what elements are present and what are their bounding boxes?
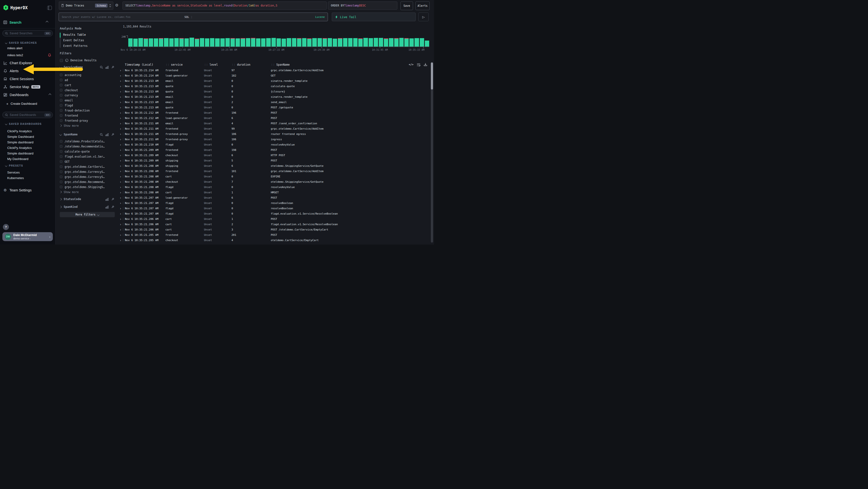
row-expand[interactable]: › [118,133,125,136]
table-row[interactable]: ›Nov 6 10:35:21.207 AMflagdUnset0resolve… [118,200,430,206]
filter-value-servicename[interactable]: fraud-detection [60,108,115,113]
filter-value-spanname[interactable]: calculate-quote [60,149,115,154]
sidebar-item-service-map[interactable]: Service Map BETA [0,83,55,91]
sidebar-item-dashboards[interactable]: Dashboards [0,91,55,99]
row-expand[interactable]: › [118,79,125,83]
checkbox[interactable] [60,145,62,148]
create-dashboard-button[interactable]: + Create Dashboard [0,100,55,107]
saved-dashboards-input[interactable]: Saved Dashboards ⌘K [2,112,53,118]
table-row[interactable]: ›Nov 6 10:35:21.208 AMshippingUnset6otel… [118,163,430,169]
table-row[interactable]: ›Nov 6 10:35:21.212 AMfrontendUnset196PO… [118,110,430,115]
drag-handle-icon[interactable]: ⋮⋮ [271,63,275,66]
filter-value-spanname[interactable]: flagd.evaluation.v1.Ser… [60,154,115,159]
table-row[interactable]: ›Nov 6 10:35:21.212 AMload-generatorUnse… [118,115,430,121]
table-row[interactable]: ›Nov 6 10:35:21.214 AMload-generatorUnse… [118,73,430,78]
filter-group-spanname[interactable]: SpanName [60,133,115,136]
row-expand[interactable]: › [118,85,125,88]
drag-handle-icon[interactable]: ⋮⋮ [165,63,169,66]
filter-value-spanname[interactable]: /oteldemo.Recommendatio… [60,144,115,149]
col-timestamp[interactable]: Timestamp (Local) [125,63,165,66]
chevron-right-icon[interactable]: › [120,223,122,226]
checkbox[interactable] [60,175,62,178]
row-expand[interactable]: › [118,185,125,189]
select-clause-input[interactable]: SELECT Timestamp, ServiceName as service… [123,1,327,10]
order-by-input[interactable]: ORDER BY Timestamp DESC [328,1,397,10]
sidebar-section-search[interactable]: Search [3,20,52,25]
chart-toggle-icon[interactable] [105,205,109,208]
filter-value-spanname[interactable]: grpc.oteldemo.CurrencyS… [60,169,115,174]
table-row[interactable]: ›Nov 6 10:35:21.207 AMload-generatorUnse… [118,195,430,200]
saved-dashboard-item[interactable]: ClickPy Analytics [0,145,55,151]
scrollbar-thumb[interactable] [431,62,433,90]
checkbox[interactable] [60,84,62,86]
chevron-right-icon[interactable]: › [120,74,122,77]
filter-value-servicename[interactable]: checkout [60,88,115,93]
chevron-right-icon[interactable]: › [120,133,122,136]
row-expand[interactable]: › [118,170,125,173]
chevron-right-icon[interactable]: › [120,175,122,178]
table-row[interactable]: ›Nov 6 10:35:21.211 AMemailUnset4POST /s… [118,121,430,126]
filter-value-servicename[interactable]: cart [60,83,115,88]
checkbox[interactable] [60,104,62,107]
col-spanname[interactable]: ⋮⋮SpanName [271,63,430,66]
filter-value-servicename[interactable]: flagd [60,103,115,108]
event-search-input[interactable]: Search your events w/ Lucene ex. column:… [59,12,328,21]
chart-toggle-icon[interactable] [105,66,109,69]
col-duration[interactable]: ⋮⋮duration [231,63,271,66]
chevron-right-icon[interactable]: › [120,202,122,205]
saved-dashboard-item[interactable]: My Dashboard [0,156,55,162]
chevron-right-icon[interactable]: › [120,127,122,130]
chevron-right-icon[interactable]: › [120,233,122,236]
row-expand[interactable]: › [118,69,125,72]
drag-handle-icon[interactable]: ⋮⋮ [231,63,235,66]
spanname-show-more[interactable]: Show more [60,190,115,195]
checkbox[interactable] [60,89,62,91]
chevron-right-icon[interactable]: › [120,159,122,162]
checkbox[interactable] [60,99,62,102]
filter-value-spanname[interactable]: grpc.oteldemo.CartServi… [60,164,115,169]
filter-value-spanname[interactable]: grpc.oteldemo.CurrencyS… [60,174,115,179]
table-row[interactable]: ›Nov 6 10:35:21.214 AMfrontendUnset97grp… [118,67,430,73]
sidebar-collapse-icon[interactable] [47,6,52,10]
col-service[interactable]: ⋮⋮service [165,63,204,66]
table-row[interactable]: ›Nov 6 10:35:21.207 AMflagdUnset0resolve… [118,206,430,211]
chevron-right-icon[interactable]: › [120,185,122,189]
checkbox[interactable] [60,170,62,173]
table-row[interactable]: ›Nov 6 10:35:21.211 AMfrontendUnset99grp… [118,126,430,131]
chevron-right-icon[interactable]: › [120,170,122,173]
preset-item[interactable]: Kubernetes [0,175,55,181]
chevron-right-icon[interactable]: › [120,207,122,210]
row-expand[interactable]: › [118,106,125,109]
saved-searches-header[interactable]: SAVED SEARCHES [5,41,55,45]
row-expand[interactable]: › [118,138,125,141]
row-expand[interactable]: › [118,223,125,226]
table-row[interactable]: ›Nov 6 10:35:21.209 AMcheckoutUnset6HTTP… [118,152,430,158]
mode-event-patterns[interactable]: Event Patterns [63,43,115,49]
servicename-show-more[interactable]: Show more [60,123,115,128]
filter-value-servicename[interactable]: ad [60,78,115,83]
saved-dashboard-item[interactable]: Simple Dashboard [0,134,55,140]
filter-group-spankind[interactable]: SpanKind [60,205,115,209]
checkbox[interactable] [60,165,62,168]
checkbox[interactable] [60,140,62,143]
row-expand[interactable]: › [118,143,125,146]
row-expand[interactable]: › [118,74,125,77]
row-expand[interactable]: › [118,154,125,157]
row-expand[interactable]: › [118,100,125,104]
filter-value-servicename[interactable]: currency [60,93,115,98]
table-row[interactable]: ›Nov 6 10:35:21.206 AMcartUnset1POST [118,216,430,222]
filter-value-spanname[interactable]: /oteldemo.ProductCatalo… [60,139,115,144]
checkbox[interactable] [60,114,62,117]
table-row[interactable]: ›Nov 6 10:35:21.210 AMflagdUnset0resolve… [118,142,430,147]
table-row[interactable]: ›Nov 6 10:35:21.208 AMflagdUnset0resolve… [118,184,430,190]
row-expand[interactable]: › [118,239,125,242]
chevron-right-icon[interactable]: › [120,100,122,104]
filter-value-servicename[interactable]: email [60,98,115,103]
table-row[interactable]: ›Nov 6 10:35:21.208 AMfrontendUnset101gr… [118,169,430,174]
chevron-right-icon[interactable]: › [120,79,122,83]
row-expand[interactable]: › [118,164,125,168]
row-expand[interactable]: › [118,218,125,221]
row-expand[interactable]: › [118,111,125,114]
pin-icon[interactable] [111,205,114,208]
checkbox[interactable] [60,160,62,163]
